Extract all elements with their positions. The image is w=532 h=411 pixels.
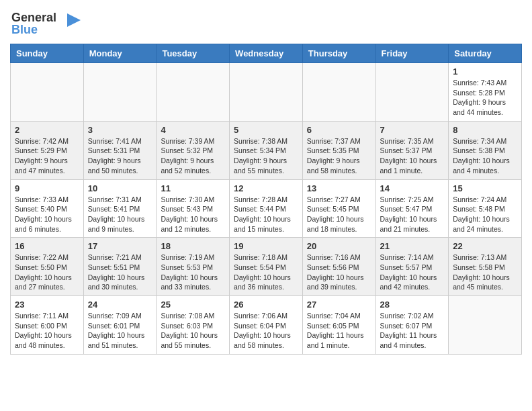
weekday-header-wednesday: Wednesday <box>230 44 303 63</box>
day-info: Sunrise: 7:16 AM Sunset: 5:56 PM Dayligh… <box>307 253 371 292</box>
calendar-day-cell: 18Sunrise: 7:19 AM Sunset: 5:53 PM Dayli… <box>157 238 230 296</box>
page-container: General Blue SundayMondayTuesdayWednesda… <box>0 0 532 361</box>
calendar-day-cell: 28Sunrise: 7:02 AM Sunset: 6:07 PM Dayli… <box>375 296 449 355</box>
calendar-week-row: 9Sunrise: 7:33 AM Sunset: 5:40 PM Daylig… <box>11 179 522 238</box>
day-number: 20 <box>307 241 371 251</box>
calendar-day-cell: 8Sunrise: 7:34 AM Sunset: 5:38 PM Daylig… <box>449 121 522 179</box>
day-number: 21 <box>380 241 445 251</box>
calendar-day-cell: 10Sunrise: 7:31 AM Sunset: 5:41 PM Dayli… <box>83 179 157 238</box>
day-number: 23 <box>15 300 79 310</box>
header: General Blue <box>10 7 522 40</box>
day-number: 9 <box>15 183 79 193</box>
calendar-day-cell: 12Sunrise: 7:28 AM Sunset: 5:44 PM Dayli… <box>230 179 303 238</box>
day-info: Sunrise: 7:02 AM Sunset: 6:07 PM Dayligh… <box>380 311 445 351</box>
calendar-week-row: 16Sunrise: 7:22 AM Sunset: 5:50 PM Dayli… <box>11 238 522 296</box>
day-info: Sunrise: 7:30 AM Sunset: 5:43 PM Dayligh… <box>161 195 225 234</box>
day-info: Sunrise: 7:41 AM Sunset: 5:31 PM Dayligh… <box>88 136 152 176</box>
weekday-header-friday: Friday <box>375 44 449 63</box>
day-number: 3 <box>88 125 152 135</box>
day-info: Sunrise: 7:37 AM Sunset: 5:35 PM Dayligh… <box>307 136 371 176</box>
weekday-header-saturday: Saturday <box>449 44 522 63</box>
day-number: 16 <box>15 241 79 251</box>
day-number: 25 <box>161 300 225 310</box>
calendar-day-cell: 21Sunrise: 7:14 AM Sunset: 5:57 PM Dayli… <box>375 238 449 296</box>
calendar-week-row: 2Sunrise: 7:42 AM Sunset: 5:29 PM Daylig… <box>11 121 522 179</box>
day-number: 17 <box>88 241 152 251</box>
day-number: 2 <box>15 125 79 135</box>
day-info: Sunrise: 7:25 AM Sunset: 5:47 PM Dayligh… <box>380 195 445 234</box>
day-info: Sunrise: 7:14 AM Sunset: 5:57 PM Dayligh… <box>380 253 445 292</box>
day-info: Sunrise: 7:11 AM Sunset: 6:00 PM Dayligh… <box>15 311 79 351</box>
day-number: 22 <box>453 241 517 251</box>
weekday-header-tuesday: Tuesday <box>157 44 230 63</box>
day-info: Sunrise: 7:09 AM Sunset: 6:01 PM Dayligh… <box>88 311 152 351</box>
weekday-header-row: SundayMondayTuesdayWednesdayThursdayFrid… <box>11 44 522 63</box>
day-info: Sunrise: 7:33 AM Sunset: 5:40 PM Dayligh… <box>15 195 79 234</box>
day-number: 4 <box>161 125 225 135</box>
day-number: 26 <box>234 300 298 310</box>
calendar-day-cell: 20Sunrise: 7:16 AM Sunset: 5:56 PM Dayli… <box>302 238 375 296</box>
logo: General Blue <box>10 7 81 40</box>
logo-svg: General Blue <box>10 7 81 37</box>
calendar-table: SundayMondayTuesdayWednesdayThursdayFrid… <box>10 44 522 355</box>
day-info: Sunrise: 7:31 AM Sunset: 5:41 PM Dayligh… <box>88 195 152 234</box>
day-info: Sunrise: 7:18 AM Sunset: 5:54 PM Dayligh… <box>234 253 298 292</box>
calendar-day-cell <box>449 296 522 355</box>
calendar-day-cell <box>302 63 375 122</box>
weekday-header-thursday: Thursday <box>302 44 375 63</box>
day-number: 7 <box>380 125 445 135</box>
day-number: 6 <box>307 125 371 135</box>
day-info: Sunrise: 7:04 AM Sunset: 6:05 PM Dayligh… <box>307 311 371 351</box>
day-number: 28 <box>380 300 445 310</box>
calendar-day-cell: 13Sunrise: 7:27 AM Sunset: 5:45 PM Dayli… <box>302 179 375 238</box>
calendar-day-cell: 24Sunrise: 7:09 AM Sunset: 6:01 PM Dayli… <box>83 296 157 355</box>
day-number: 1 <box>453 66 517 77</box>
calendar-day-cell <box>83 63 157 122</box>
calendar-day-cell: 14Sunrise: 7:25 AM Sunset: 5:47 PM Dayli… <box>375 179 449 238</box>
day-number: 15 <box>453 183 517 193</box>
day-number: 5 <box>234 125 298 135</box>
calendar-day-cell: 27Sunrise: 7:04 AM Sunset: 6:05 PM Dayli… <box>302 296 375 355</box>
calendar-day-cell <box>11 63 84 122</box>
day-info: Sunrise: 7:27 AM Sunset: 5:45 PM Dayligh… <box>307 195 371 234</box>
day-info: Sunrise: 7:38 AM Sunset: 5:34 PM Dayligh… <box>234 136 298 176</box>
weekday-header-monday: Monday <box>83 44 157 63</box>
calendar-day-cell: 11Sunrise: 7:30 AM Sunset: 5:43 PM Dayli… <box>157 179 230 238</box>
calendar-day-cell: 6Sunrise: 7:37 AM Sunset: 5:35 PM Daylig… <box>302 121 375 179</box>
day-info: Sunrise: 7:34 AM Sunset: 5:38 PM Dayligh… <box>453 136 517 176</box>
day-info: Sunrise: 7:42 AM Sunset: 5:29 PM Dayligh… <box>15 136 79 176</box>
calendar-day-cell: 16Sunrise: 7:22 AM Sunset: 5:50 PM Dayli… <box>11 238 84 296</box>
day-number: 12 <box>234 183 298 193</box>
calendar-day-cell <box>230 63 303 122</box>
day-number: 13 <box>307 183 371 193</box>
svg-text:General: General <box>11 11 56 24</box>
day-info: Sunrise: 7:22 AM Sunset: 5:50 PM Dayligh… <box>15 253 79 292</box>
calendar-day-cell: 26Sunrise: 7:06 AM Sunset: 6:04 PM Dayli… <box>230 296 303 355</box>
day-number: 18 <box>161 241 225 251</box>
day-info: Sunrise: 7:08 AM Sunset: 6:03 PM Dayligh… <box>161 311 225 351</box>
calendar-week-row: 23Sunrise: 7:11 AM Sunset: 6:00 PM Dayli… <box>11 296 522 355</box>
calendar-day-cell <box>375 63 449 122</box>
calendar-day-cell: 9Sunrise: 7:33 AM Sunset: 5:40 PM Daylig… <box>11 179 84 238</box>
calendar-day-cell: 7Sunrise: 7:35 AM Sunset: 5:37 PM Daylig… <box>375 121 449 179</box>
calendar-day-cell <box>157 63 230 122</box>
day-info: Sunrise: 7:43 AM Sunset: 5:28 PM Dayligh… <box>453 78 517 118</box>
day-info: Sunrise: 7:06 AM Sunset: 6:04 PM Dayligh… <box>234 311 298 351</box>
day-info: Sunrise: 7:13 AM Sunset: 5:58 PM Dayligh… <box>453 253 517 292</box>
calendar-day-cell: 22Sunrise: 7:13 AM Sunset: 5:58 PM Dayli… <box>449 238 522 296</box>
day-info: Sunrise: 7:28 AM Sunset: 5:44 PM Dayligh… <box>234 195 298 234</box>
day-number: 14 <box>380 183 445 193</box>
calendar-day-cell: 17Sunrise: 7:21 AM Sunset: 5:51 PM Dayli… <box>83 238 157 296</box>
svg-marker-2 <box>67 13 81 27</box>
calendar-day-cell: 15Sunrise: 7:24 AM Sunset: 5:48 PM Dayli… <box>449 179 522 238</box>
calendar-day-cell: 1Sunrise: 7:43 AM Sunset: 5:28 PM Daylig… <box>449 63 522 122</box>
calendar-day-cell: 3Sunrise: 7:41 AM Sunset: 5:31 PM Daylig… <box>83 121 157 179</box>
day-info: Sunrise: 7:39 AM Sunset: 5:32 PM Dayligh… <box>161 136 225 176</box>
day-number: 24 <box>88 300 152 310</box>
calendar-day-cell: 19Sunrise: 7:18 AM Sunset: 5:54 PM Dayli… <box>230 238 303 296</box>
day-info: Sunrise: 7:24 AM Sunset: 5:48 PM Dayligh… <box>453 195 517 234</box>
calendar-week-row: 1Sunrise: 7:43 AM Sunset: 5:28 PM Daylig… <box>11 63 522 122</box>
calendar-day-cell: 2Sunrise: 7:42 AM Sunset: 5:29 PM Daylig… <box>11 121 84 179</box>
weekday-header-sunday: Sunday <box>11 44 84 63</box>
day-number: 10 <box>88 183 152 193</box>
